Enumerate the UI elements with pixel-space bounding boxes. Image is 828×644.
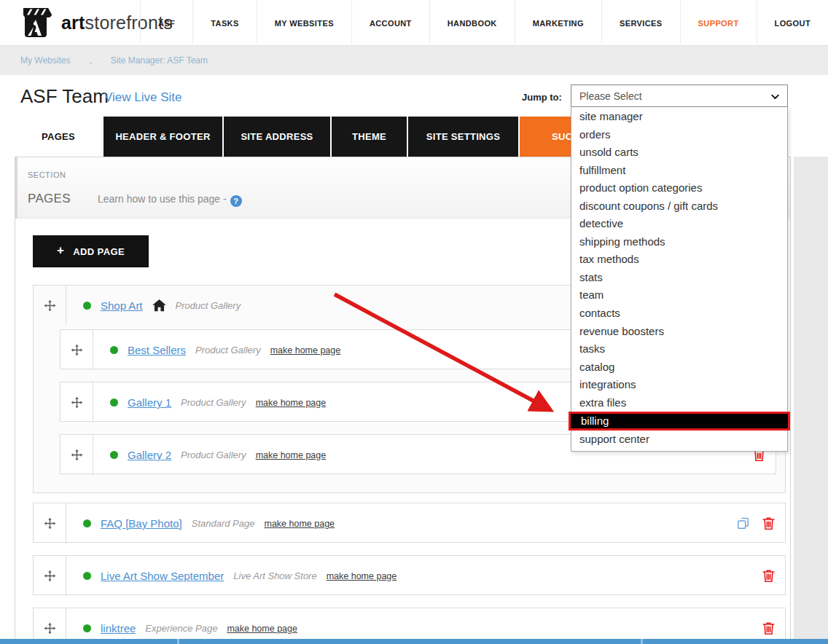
page-link[interactable]: Best Sellers <box>128 344 186 356</box>
tab-site-settings[interactable]: SITE SETTINGS <box>408 117 518 157</box>
page-type-label: Product Gallery <box>181 449 246 460</box>
drag-handle[interactable] <box>60 382 93 423</box>
jump-option-tax-methods[interactable]: tax methods <box>571 251 787 269</box>
move-icon <box>44 570 56 582</box>
chevron-down-icon <box>770 91 781 102</box>
page-link[interactable]: linktree <box>101 622 136 635</box>
jump-option-tasks[interactable]: tasks <box>571 340 787 358</box>
jump-option-discount-coupons[interactable]: discount coupons / gift cards <box>571 197 787 216</box>
nav-item-handbook[interactable]: HANDBOOK <box>429 0 515 46</box>
nav-item-marketing[interactable]: MARKETING <box>515 0 601 46</box>
page-link[interactable]: FAQ [Bay Photo] <box>101 517 182 530</box>
make-home-page-link[interactable]: make home page <box>256 398 327 408</box>
drag-handle[interactable] <box>60 330 93 370</box>
jump-option-integrations[interactable]: integrations <box>571 376 787 394</box>
drag-handle[interactable] <box>60 435 93 475</box>
move-icon <box>44 299 56 312</box>
nav-item-asf[interactable]: ASF <box>140 0 192 46</box>
page-link[interactable]: Live Art Show September <box>101 570 224 582</box>
jump-option-unsold-carts[interactable]: unsold carts <box>571 144 787 162</box>
nav-item-services[interactable]: SERVICES <box>601 0 680 46</box>
nav-item-support[interactable]: SUPPORT <box>680 0 757 46</box>
delete-page-button[interactable] <box>762 621 775 635</box>
status-dot <box>83 302 91 310</box>
bottom-scroll-bar[interactable] <box>0 639 828 644</box>
jump-option-site-manager[interactable]: site manager <box>571 108 787 126</box>
status-dot <box>83 519 91 527</box>
section-help-text: Learn how to use this page -? <box>98 193 242 207</box>
breadcrumb-separator: - <box>89 58 91 66</box>
bottom-bar-divider <box>641 639 643 644</box>
jump-to-dropdown-menu: site manager orders unsold carts fulfill… <box>571 106 788 452</box>
plus-icon: + <box>57 243 64 258</box>
jump-to-label: Jump to: <box>522 92 562 103</box>
jump-option-billing-highlighted[interactable]: billing <box>569 412 790 431</box>
delete-page-button[interactable] <box>762 517 775 530</box>
breadcrumb-my-websites[interactable]: My Websites <box>20 55 70 66</box>
tab-site-address[interactable]: SITE ADDRESS <box>224 117 330 157</box>
move-icon <box>71 344 83 356</box>
artstorefronts-logo-icon <box>17 5 54 40</box>
breadcrumb-site-manager[interactable]: Site Manager: ASF Team <box>111 55 208 66</box>
page-type-label: Live Art Show Store <box>233 570 316 581</box>
status-dot <box>110 346 118 354</box>
jump-option-support-center[interactable]: support center <box>571 431 787 449</box>
nav-item-account[interactable]: ACCOUNT <box>351 0 429 46</box>
trash-icon <box>762 517 775 530</box>
make-home-page-link[interactable]: make home page <box>264 519 335 529</box>
nav-item-my-websites[interactable]: MY WEBSITES <box>257 0 351 46</box>
move-icon <box>44 517 56 530</box>
jump-option-extra-files[interactable]: extra files <box>571 394 787 412</box>
move-icon <box>44 622 56 635</box>
page-title: ASF Team <box>20 85 109 108</box>
jump-to-select[interactable]: Please Select <box>571 85 788 107</box>
jump-option-revenue-boosters[interactable]: revenue boosters <box>571 323 787 341</box>
jump-option-detective[interactable]: detective <box>571 215 787 233</box>
jump-option-team[interactable]: team <box>571 286 787 305</box>
top-navigation-bar: artstorefronts ASF TASKS MY WEBSITES ACC… <box>0 0 828 46</box>
drag-handle[interactable] <box>34 503 66 543</box>
nav-item-tasks[interactable]: TASKS <box>192 0 256 46</box>
add-page-button[interactable]: + ADD PAGE <box>33 235 149 267</box>
page-row-live-art-show: Live Art Show September Live Art Show St… <box>33 555 786 595</box>
page-link[interactable]: Gallery 2 <box>128 449 171 461</box>
delete-page-button[interactable] <box>762 569 775 583</box>
page-link[interactable]: Shop Art <box>101 299 143 312</box>
breadcrumb: My Websites - Site Manager: ASF Team <box>0 46 828 75</box>
main-nav: ASF TASKS MY WEBSITES ACCOUNT HANDBOOK M… <box>140 0 828 46</box>
section-eyebrow: SECTION <box>28 170 66 179</box>
trash-icon <box>762 569 775 583</box>
copy-icon <box>736 517 750 530</box>
page-type-label: Standard Page <box>192 518 255 529</box>
tab-theme[interactable]: THEME <box>332 117 407 157</box>
jump-option-catalog[interactable]: catalog <box>571 358 787 377</box>
page-link[interactable]: Gallery 1 <box>128 396 171 409</box>
jump-option-shipping-methods[interactable]: shipping methods <box>571 233 787 251</box>
drag-handle[interactable] <box>34 556 66 596</box>
view-live-site-link[interactable]: View Live Site <box>104 90 181 105</box>
make-home-page-link[interactable]: make home page <box>256 450 327 460</box>
trash-icon <box>762 621 775 635</box>
jump-option-stats[interactable]: stats <box>571 269 787 287</box>
tab-pages[interactable]: PAGES <box>15 117 102 157</box>
status-dot <box>110 398 118 407</box>
jump-option-product-option-categories[interactable]: product option categories <box>571 179 787 197</box>
site-manager-page: artstorefronts ASF TASKS MY WEBSITES ACC… <box>0 0 828 644</box>
nav-item-logout[interactable]: LOGOUT <box>757 0 828 46</box>
tab-header-footer[interactable]: HEADER & FOOTER <box>104 117 222 157</box>
home-icon <box>152 299 166 312</box>
bottom-bar-divider <box>177 639 179 644</box>
question-circle-icon[interactable]: ? <box>230 195 242 207</box>
section-title: PAGES <box>28 192 71 206</box>
page-type-label: Experience Page <box>145 623 217 634</box>
drag-handle[interactable] <box>34 286 66 326</box>
make-home-page-link[interactable]: make home page <box>227 624 297 634</box>
make-home-page-link[interactable]: make home page <box>327 571 397 581</box>
jump-option-contacts[interactable]: contacts <box>571 305 787 323</box>
duplicate-page-button[interactable] <box>736 517 750 530</box>
site-manager-tabs: PAGES HEADER & FOOTER SITE ADDRESS THEME… <box>15 117 631 157</box>
jump-option-fulfillment[interactable]: fulfillment <box>571 162 787 180</box>
page-row-faq: FAQ [Bay Photo] Standard Page make home … <box>33 503 786 543</box>
jump-option-orders[interactable]: orders <box>571 126 787 144</box>
make-home-page-link[interactable]: make home page <box>270 345 341 356</box>
